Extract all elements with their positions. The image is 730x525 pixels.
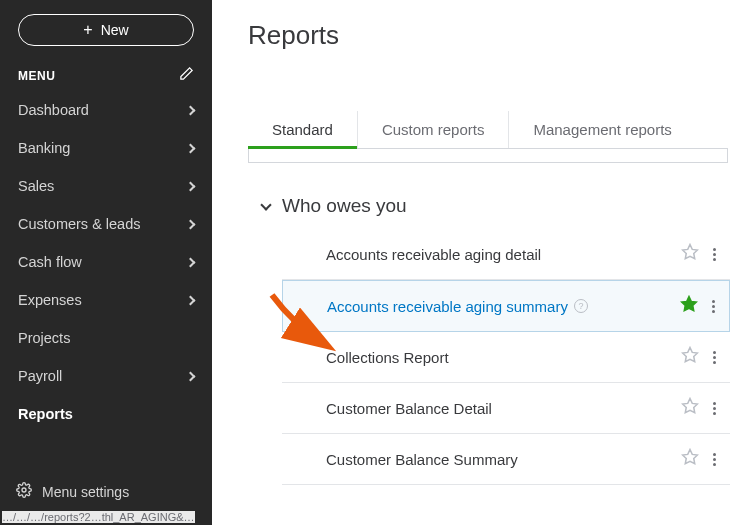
report-link[interactable]: Customer Balance Detail [326,400,492,417]
svg-marker-2 [682,297,697,311]
chevron-right-icon [186,105,196,115]
row-actions [681,346,716,368]
report-row[interactable]: Customer Balance Detail [282,383,730,434]
chevron-right-icon [186,295,196,305]
report-link[interactable]: Accounts receivable aging detail [326,246,541,263]
report-row[interactable]: Collections Report [282,332,730,383]
menu-settings-label: Menu settings [42,484,129,500]
svg-point-0 [22,488,26,492]
section-header[interactable]: Who owes you [248,195,730,229]
chevron-right-icon [186,219,196,229]
star-icon[interactable] [681,346,699,368]
kebab-icon[interactable] [713,351,716,364]
sidebar-item-label: Expenses [18,292,82,308]
report-list: Accounts receivable aging detailAccounts… [282,229,730,485]
report-name-label: Collections Report [326,349,449,366]
row-actions [680,295,715,317]
star-icon[interactable] [681,397,699,419]
row-actions [681,243,716,265]
svg-marker-5 [683,450,698,464]
new-button-label: New [101,22,129,38]
svg-marker-1 [683,245,698,259]
menu-header: MENU [0,58,212,91]
section-title: Who owes you [282,195,407,217]
kebab-icon[interactable] [713,248,716,261]
sidebar-item-sales[interactable]: Sales [0,167,212,205]
report-name-label: Customer Balance Detail [326,400,492,417]
sidebar-item-label: Projects [18,330,70,346]
help-icon[interactable]: ? [574,299,588,313]
chevron-right-icon [186,371,196,381]
sidebar-item-label: Banking [18,140,70,156]
sidebar-item-label: Reports [18,406,73,422]
new-button[interactable]: + New [18,14,194,46]
page-title: Reports [248,20,730,51]
pencil-icon[interactable] [179,66,194,85]
sidebar-item-reports[interactable]: Reports [0,395,212,433]
tab-standard[interactable]: Standard [248,111,358,148]
star-icon[interactable] [681,448,699,470]
sidebar-item-banking[interactable]: Banking [0,129,212,167]
sidebar: + New MENU DashboardBankingSalesCustomer… [0,0,212,525]
sidebar-item-label: Payroll [18,368,62,384]
report-row[interactable]: Customer Balance Summary [282,434,730,485]
report-name-label: Accounts receivable aging summary [327,298,568,315]
report-row[interactable]: Accounts receivable aging summary? [282,280,730,332]
tabs-underline [248,149,728,163]
tab-management-reports[interactable]: Management reports [509,111,695,148]
report-name-label: Accounts receivable aging detail [326,246,541,263]
kebab-icon[interactable] [713,453,716,466]
tab-custom-reports[interactable]: Custom reports [358,111,510,148]
report-link[interactable]: Customer Balance Summary [326,451,518,468]
menu-settings[interactable]: Menu settings [0,472,212,511]
chevron-right-icon [186,257,196,267]
sidebar-item-projects[interactable]: Projects [0,319,212,357]
star-icon[interactable] [680,295,698,317]
gear-icon [16,482,32,501]
report-link[interactable]: Accounts receivable aging summary? [327,298,588,315]
sidebar-item-dashboard[interactable]: Dashboard [0,91,212,129]
report-row[interactable]: Accounts receivable aging detail [282,229,730,280]
nav: DashboardBankingSalesCustomers & leadsCa… [0,91,212,525]
sidebar-item-cash-flow[interactable]: Cash flow [0,243,212,281]
svg-marker-4 [683,399,698,413]
svg-marker-3 [683,348,698,362]
sidebar-item-label: Cash flow [18,254,82,270]
main: Reports StandardCustom reportsManagement… [212,0,730,525]
sidebar-item-label: Customers & leads [18,216,141,232]
kebab-icon[interactable] [712,300,715,313]
row-actions [681,397,716,419]
sidebar-item-label: Dashboard [18,102,89,118]
report-name-label: Customer Balance Summary [326,451,518,468]
report-link[interactable]: Collections Report [326,349,449,366]
tabs: StandardCustom reportsManagement reports [248,111,728,149]
kebab-icon[interactable] [713,402,716,415]
plus-icon: + [83,22,92,38]
sidebar-item-label: Sales [18,178,54,194]
sidebar-item-customers-leads[interactable]: Customers & leads [0,205,212,243]
status-url: …/…/…/reports?2…thl_AR_AGING&… [2,511,195,523]
menu-label: MENU [18,69,55,83]
sidebar-item-payroll[interactable]: Payroll [0,357,212,395]
row-actions [681,448,716,470]
chevron-right-icon [186,181,196,191]
sidebar-item-expenses[interactable]: Expenses [0,281,212,319]
chevron-right-icon [186,143,196,153]
star-icon[interactable] [681,243,699,265]
chevron-down-icon [260,199,271,210]
